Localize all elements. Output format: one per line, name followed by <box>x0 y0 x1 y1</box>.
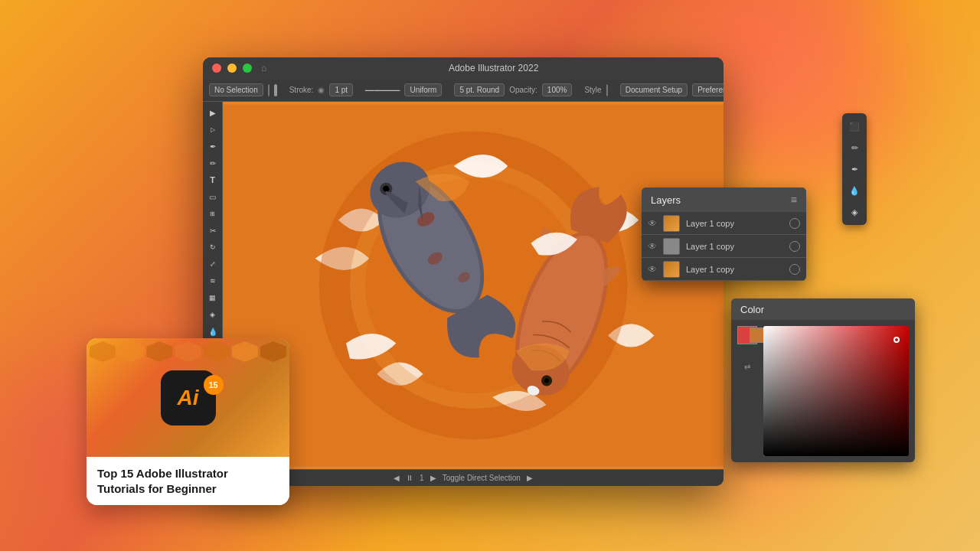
hex-cell <box>204 341 230 362</box>
layers-menu-icon[interactable]: ≡ <box>791 194 797 206</box>
color-picker-cursor <box>893 337 900 343</box>
style-label: Style <box>584 86 601 94</box>
next-page-btn[interactable]: ▶ <box>430 474 436 482</box>
canvas-area <box>223 102 724 469</box>
color-panel: Color ⇄ <box>731 298 915 462</box>
thumbnail-image: Ai 15 <box>87 338 289 457</box>
layer-target-3[interactable] <box>789 264 800 275</box>
layer-target-2[interactable] <box>789 241 800 252</box>
layer-thumb-2 <box>663 238 680 255</box>
layers-panel: Layers ≡ 👁 Layer 1 copy 👁 Layer 1 copy 👁… <box>642 187 806 281</box>
hex-cell <box>118 341 144 362</box>
preferences-btn[interactable]: Preferences <box>692 83 724 96</box>
graph-tool[interactable]: ▦ <box>205 290 220 305</box>
window-title: Adobe Illustrator 2022 <box>273 63 714 73</box>
color-gradient-picker[interactable] <box>763 326 909 456</box>
badge-number: 15 <box>208 380 217 390</box>
layer-name-2: Layer 1 copy <box>686 242 783 251</box>
gradient-tool[interactable]: ◈ <box>205 307 220 322</box>
pen-tool[interactable]: ✒ <box>205 139 220 154</box>
right-floating-toolbar: ⬛ ✏ ✒ 💧 ◈ <box>842 113 867 225</box>
type-tool[interactable]: T <box>205 172 220 187</box>
thumbnail-text-area: Top 15 Adobe Illustrator Tutorials for B… <box>87 457 289 505</box>
hex-cell <box>260 341 286 362</box>
round-value[interactable]: 5 pt. Round <box>454 83 505 96</box>
selection-display: No Selection <box>209 83 263 96</box>
document-setup-btn[interactable]: Document Setup <box>620 83 688 96</box>
layer-name-1: Layer 1 copy <box>686 219 783 228</box>
color-title: Color <box>740 304 764 315</box>
select-tool[interactable]: ▶ <box>205 105 220 120</box>
layer-visibility-3[interactable]: 👁 <box>648 264 657 275</box>
warp-tool[interactable]: ≋ <box>205 273 220 289</box>
profile-value[interactable]: Uniform <box>404 83 442 96</box>
shape-builder-tool[interactable]: ⊞ <box>205 206 220 221</box>
pause-btn[interactable]: ⏸ <box>406 474 413 482</box>
stroke-value[interactable]: 1 pt <box>329 83 353 96</box>
thumbnail-title: Top 15 Adobe Illustrator Tutorials for B… <box>97 466 279 496</box>
layers-header: Layers ≡ <box>642 187 806 212</box>
thumbnail-card: Ai 15 Top 15 Adobe Illustrator Tutorials… <box>87 338 289 505</box>
scissors-tool[interactable]: ✂ <box>205 223 220 238</box>
eyedropper-tool[interactable]: 💧 <box>205 324 220 339</box>
ai-logo-text: Ai <box>178 386 199 410</box>
layer-target-1[interactable] <box>789 218 800 229</box>
layers-title: Layers <box>651 194 681 206</box>
page-number: 1 <box>420 474 424 482</box>
rt-btn-2[interactable]: ✏ <box>846 139 863 156</box>
color-header: Color <box>731 298 915 320</box>
minimize-button[interactable] <box>227 64 237 73</box>
layer-thumb-1 <box>663 215 680 232</box>
layer-item-3: 👁 Layer 1 copy <box>642 258 806 281</box>
stroke-swatch[interactable] <box>274 84 277 96</box>
gradient-brightness <box>763 326 909 456</box>
color-swatches: ⇄ <box>737 326 757 456</box>
opacity-label: Opacity: <box>509 86 537 94</box>
rt-btn-1[interactable]: ⬛ <box>846 118 863 135</box>
artwork <box>223 102 724 469</box>
rt-btn-5[interactable]: ◈ <box>846 204 863 220</box>
hex-cell <box>175 341 201 362</box>
opacity-value[interactable]: 100% <box>542 83 573 96</box>
badge-15: 15 <box>204 375 224 395</box>
toolbar: No Selection Stroke: ◉ 1 pt ──── Uniform… <box>203 79 724 102</box>
stroke-label: Stroke: <box>289 86 314 94</box>
layer-visibility-1[interactable]: 👁 <box>648 218 657 229</box>
color-body: ⇄ <box>731 320 915 462</box>
title-bar: ⌂ Adobe Illustrator 2022 <box>203 57 724 79</box>
koi-artwork <box>223 102 724 469</box>
pencil-tool[interactable]: ✏ <box>205 155 220 171</box>
hex-cell <box>146 341 172 362</box>
rt-btn-3[interactable]: ✒ <box>846 161 863 178</box>
direct-select-tool[interactable]: ▷ <box>205 122 220 137</box>
layer-item-2: 👁 Layer 1 copy <box>642 235 806 258</box>
rotate-tool[interactable]: ↻ <box>205 240 220 255</box>
layer-item-1: 👁 Layer 1 copy <box>642 212 806 235</box>
home-icon[interactable]: ⌂ <box>261 63 266 73</box>
style-swatch[interactable] <box>606 84 608 96</box>
toggle-label: Toggle Direct Selection <box>443 474 521 482</box>
fullscreen-button[interactable] <box>243 64 252 73</box>
scale-tool[interactable]: ⤢ <box>205 256 220 272</box>
hex-cell <box>232 341 258 362</box>
layer-visibility-2[interactable]: 👁 <box>648 241 657 252</box>
layer-name-3: Layer 1 copy <box>686 265 783 274</box>
layer-thumb-3 <box>663 261 680 278</box>
prev-page-btn[interactable]: ◀ <box>394 474 400 482</box>
close-button[interactable] <box>212 64 221 73</box>
rectangle-tool[interactable]: ▭ <box>205 189 220 204</box>
fill-swatch[interactable] <box>268 84 270 96</box>
more-btn[interactable]: ▶ <box>527 474 533 482</box>
hex-cell <box>90 341 116 362</box>
rt-btn-4[interactable]: 💧 <box>846 182 863 199</box>
swap-colors-icon[interactable]: ⇄ <box>744 363 750 371</box>
